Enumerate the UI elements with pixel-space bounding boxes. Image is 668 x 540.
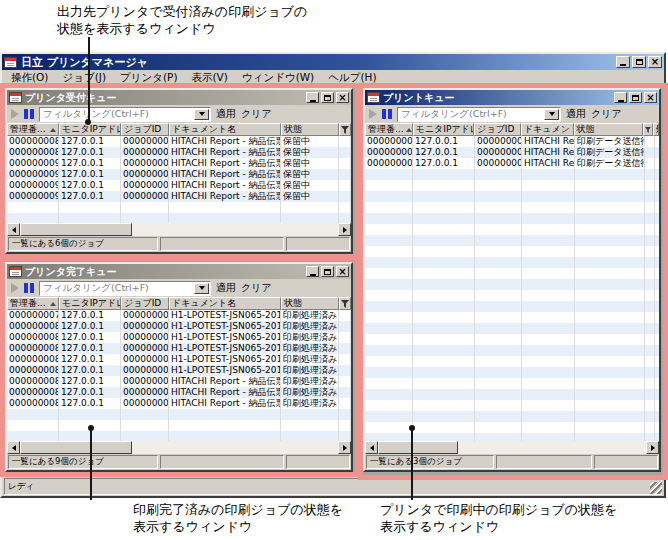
table-row[interactable]: 0000000092127.0.0.10000000040HITACHI Rep… — [7, 180, 351, 191]
scroll-left-button[interactable] — [365, 441, 378, 454]
filter-combobox[interactable]: フィルタリング(Ctrl+F) — [39, 281, 211, 296]
menu-view[interactable]: 表示(V) — [185, 70, 235, 86]
scroll-right-button[interactable] — [646, 441, 659, 454]
column-header[interactable]: ドキュメント名 — [169, 123, 281, 136]
horizontal-scrollbar[interactable] — [365, 441, 659, 454]
table-row[interactable]: 0000000091127.0.0.10000000039HITACHI Rep… — [7, 169, 351, 180]
menu-help[interactable]: ヘルプ(H) — [321, 70, 383, 86]
scroll-left-button[interactable] — [7, 441, 20, 454]
scrollbar-thumb[interactable] — [378, 441, 458, 454]
table-row[interactable]: 0000000096127.0.0.10000000045HITACHI Rep… — [365, 147, 659, 158]
column-header-partial[interactable]: 処 — [653, 123, 659, 136]
accept-queue-titlebar[interactable]: プリンタ受付キュー × — [7, 90, 351, 105]
resize-grip[interactable] — [650, 482, 662, 494]
column-header[interactable]: ジョブID — [474, 123, 521, 136]
start-icon[interactable] — [11, 109, 19, 119]
filter-funnel-header[interactable] — [643, 123, 653, 136]
scrollbar-thumb[interactable] — [20, 441, 132, 454]
apply-button[interactable]: 適用 — [566, 107, 586, 121]
close-button[interactable]: × — [648, 56, 662, 68]
column-header[interactable]: ドキュメント名 — [169, 297, 281, 310]
pause-icon[interactable] — [24, 109, 34, 119]
column-header[interactable]: 状態 — [574, 123, 644, 136]
table-row[interactable]: 0000000090127.0.0.10000000038HITACHI Rep… — [7, 158, 351, 169]
menu-job[interactable]: ジョブ(J) — [55, 70, 113, 86]
clear-button[interactable]: クリア — [591, 107, 622, 121]
start-icon[interactable] — [11, 283, 19, 293]
complete-queue-titlebar[interactable]: プリンタ完了キュー × — [7, 264, 351, 279]
column-header[interactable]: 状態 — [281, 123, 339, 136]
column-header[interactable]: ドキュメント名 — [521, 123, 574, 136]
close-button[interactable]: × — [336, 266, 349, 277]
column-header[interactable]: 状態 — [281, 297, 339, 310]
table-row[interactable]: 0000000079127.0.0.10000000021H1-LPOTEST-… — [7, 310, 351, 321]
scroll-right-button[interactable] — [338, 441, 351, 454]
menu-printer[interactable]: プリンタ(P) — [113, 70, 185, 86]
scrollbar-thumb[interactable] — [20, 223, 132, 236]
table-body[interactable]: 0000000086127.0.0.10000000034HITACHI Rep… — [7, 136, 351, 223]
column-header[interactable]: モニタIPアドレス — [59, 297, 121, 310]
table-row[interactable]: 0000000083127.0.0.10000000029H1-LPOTEST-… — [7, 354, 351, 365]
main-titlebar[interactable]: 日立 プリンタマネージャ × — [2, 54, 664, 70]
table-row[interactable]: 0000000081127.0.0.10000000025H1-LPOTEST-… — [7, 332, 351, 343]
pause-icon[interactable] — [24, 283, 34, 293]
empty-row — [365, 180, 659, 191]
table-cell: HITACHI Report - 納品伝票確 — [169, 398, 281, 409]
column-header[interactable]: 管理番... — [7, 297, 59, 310]
clear-button[interactable]: クリア — [241, 281, 272, 295]
table-row[interactable]: 0000000082127.0.0.10000000027H1-LPOTEST-… — [7, 343, 351, 354]
print-queue-titlebar[interactable]: プリントキュー × — [365, 90, 659, 105]
filter-combobox[interactable]: フィルタリング(Ctrl+F) — [39, 107, 211, 122]
horizontal-scrollbar[interactable] — [7, 441, 351, 454]
minimize-button[interactable] — [306, 92, 319, 103]
filter-funnel-header[interactable] — [339, 123, 351, 136]
close-button[interactable]: × — [644, 92, 657, 103]
dropdown-button[interactable] — [544, 109, 559, 120]
maximize-button[interactable] — [321, 92, 334, 103]
start-icon[interactable] — [369, 109, 377, 119]
close-button[interactable]: × — [336, 92, 349, 103]
table-row[interactable]: 0000000086127.0.0.10000000034HITACHI Rep… — [7, 136, 351, 147]
dropdown-button[interactable] — [194, 283, 209, 294]
table-row[interactable]: 0000000084127.0.0.10000000031H1-LPOTEST-… — [7, 365, 351, 376]
table-row[interactable]: 0000000080127.0.0.10000000023H1-LPOTEST-… — [7, 321, 351, 332]
table-body[interactable]: 0000000095127.0.0.10000000043HITACHI Rep… — [365, 136, 659, 441]
column-header[interactable]: モニタIPアドレス — [413, 123, 475, 136]
table-body[interactable]: 0000000079127.0.0.10000000021H1-LPOTEST-… — [7, 310, 351, 441]
scroll-left-button[interactable] — [7, 223, 20, 236]
column-header[interactable]: ジョブID — [121, 123, 169, 136]
pause-icon[interactable] — [382, 109, 392, 119]
minimize-button[interactable] — [306, 266, 319, 277]
clear-button[interactable]: クリア — [241, 107, 272, 121]
horizontal-scrollbar[interactable] — [7, 223, 351, 236]
table-cell — [575, 312, 645, 323]
column-header[interactable]: モニタIPアドレス — [59, 123, 121, 136]
table-row[interactable]: 0000000097127.0.0.10000000047HITACHI Rep… — [365, 158, 659, 169]
filter-funnel-header[interactable] — [339, 297, 351, 310]
mdi-client-area: プリンタ受付キュー × フィルタリング(Ctrl+F) 適用 クリ — [2, 86, 664, 477]
table-row[interactable]: 0000000089127.0.0.10000000037HITACHI Rep… — [7, 398, 351, 409]
column-header[interactable]: 管理番... — [365, 123, 413, 136]
dropdown-button[interactable] — [194, 109, 209, 120]
apply-button[interactable]: 適用 — [216, 107, 236, 121]
table-row[interactable]: 0000000093127.0.0.10000000041HITACHI Rep… — [7, 191, 351, 202]
maximize-button[interactable] — [629, 92, 642, 103]
column-header[interactable]: ジョブID — [121, 297, 169, 310]
table-cell — [575, 213, 645, 224]
table-row[interactable]: 0000000095127.0.0.10000000043HITACHI Rep… — [365, 136, 659, 147]
maximize-button[interactable] — [632, 56, 646, 68]
annotation-br-line2: 表示するウィンドウ — [380, 518, 617, 535]
table-row[interactable]: 0000000087127.0.0.10000000035HITACHI Rep… — [7, 387, 351, 398]
apply-button[interactable]: 適用 — [216, 281, 236, 295]
menu-operation[interactable]: 操作(O) — [4, 70, 55, 86]
scroll-right-button[interactable] — [338, 223, 351, 236]
minimize-button[interactable] — [614, 92, 627, 103]
table-row[interactable]: 0000000085127.0.0.10000000033HITACHI Rep… — [7, 376, 351, 387]
minimize-button[interactable] — [616, 56, 630, 68]
maximize-button[interactable] — [321, 266, 334, 277]
table-row[interactable]: 0000000088127.0.0.10000000036HITACHI Rep… — [7, 147, 351, 158]
filter-combobox[interactable]: フィルタリング(Ctrl+F) — [397, 107, 561, 122]
menu-window[interactable]: ウィンドウ(W) — [235, 70, 321, 86]
column-header[interactable]: 管理番... — [7, 123, 59, 136]
table-cell: HITACHI Report - 納品伝票確 — [522, 147, 575, 158]
